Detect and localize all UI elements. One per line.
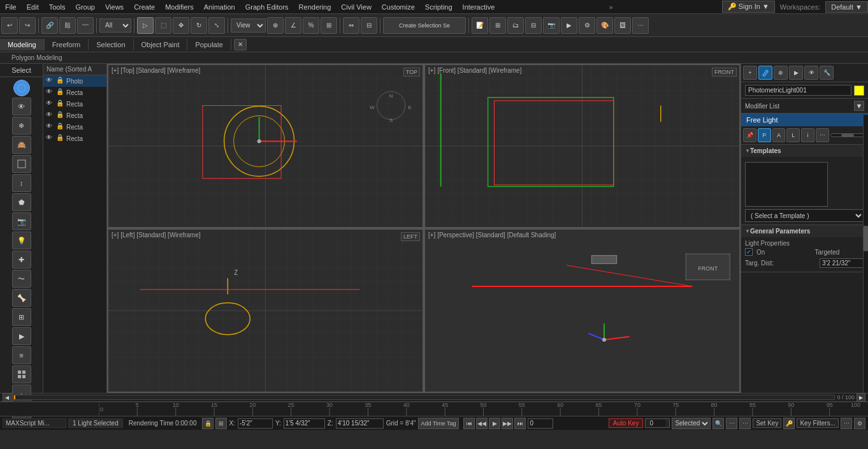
timeline-bar[interactable]	[13, 395, 835, 400]
undo-button[interactable]: ↩	[1, 17, 18, 34]
selected-dropdown[interactable]: Selected	[672, 418, 711, 429]
select-tool-freeze[interactable]: ❄	[12, 117, 31, 135]
y-input[interactable]	[284, 418, 325, 429]
lock-x-btn[interactable]: 🔒	[202, 418, 213, 429]
on-checkbox[interactable]	[745, 248, 753, 256]
menu-interactive[interactable]: Interactive	[458, 2, 500, 12]
scroll-indicator[interactable]	[830, 133, 866, 137]
hierarchy-panel-btn[interactable]: ⊕	[774, 66, 788, 80]
config-btn[interactable]: ⚙	[854, 418, 865, 429]
select-rotate-button[interactable]: ↻	[191, 17, 207, 34]
toggle-ribbon-button[interactable]: ⊟	[525, 17, 542, 34]
viewport-perspective[interactable]: [+] [Perspective] [Standard] [Default Sh…	[424, 228, 741, 393]
sign-in-button[interactable]: 🔑 Sign In ▼	[722, 1, 775, 13]
tab-selection[interactable]: Selection	[89, 39, 133, 50]
maxscript-mini[interactable]: MAXScript Mi...	[3, 418, 66, 428]
select-region-button[interactable]: ⬚	[155, 17, 171, 34]
scene-item-recta5[interactable]: 👁 🔒 Recta	[43, 133, 106, 144]
select-tool-quad[interactable]	[12, 365, 31, 383]
go-start-btn[interactable]: ⏮	[463, 418, 475, 429]
tab-object-paint[interactable]: Object Paint	[134, 39, 188, 50]
absolute-mode-btn[interactable]: ⊞	[215, 418, 227, 429]
next-frame-btn[interactable]: ▶▶	[502, 418, 513, 429]
viewport-front[interactable]: [+] [Front] [Standard] [Wireframe] FRONT	[424, 64, 741, 228]
template-dropdown[interactable]: ( Select a Template )	[745, 209, 864, 222]
menu-tools[interactable]: Tools	[44, 2, 71, 12]
spinner-snap-button[interactable]: ⊞	[321, 17, 337, 34]
free-light-item[interactable]: Free Light	[741, 114, 868, 126]
key-time-field[interactable]	[649, 420, 665, 427]
menu-file[interactable]: File	[0, 2, 22, 12]
select-tool-list[interactable]: ≡	[12, 346, 31, 364]
select-tool-box[interactable]	[12, 155, 31, 173]
layers-btn[interactable]: L	[786, 128, 800, 142]
color-swatch[interactable]	[854, 85, 864, 96]
menu-create[interactable]: Create	[129, 2, 160, 12]
menu-scripting[interactable]: Scripting	[420, 2, 458, 12]
more-button[interactable]: ⋯	[632, 17, 649, 34]
select-tool-grid[interactable]: ⊞	[12, 308, 31, 326]
render-setup-button[interactable]: ⚙	[579, 17, 595, 34]
view-dropdown[interactable]: View	[231, 18, 266, 33]
motion-panel-btn[interactable]: ▶	[789, 66, 803, 80]
angle-snap-button[interactable]: ∠	[285, 17, 301, 34]
select-tool-play[interactable]: ▶	[12, 327, 31, 345]
z-input[interactable]	[336, 418, 384, 429]
create-panel-btn[interactable]: +	[743, 66, 757, 80]
select-tool-helper[interactable]: ✚	[12, 251, 31, 269]
display-panel-btn[interactable]: 👁	[804, 66, 818, 80]
select-tool-eye[interactable]: 👁	[12, 98, 31, 115]
viewport-top[interactable]: [+] [Top] [Standard] [Wireframe]	[107, 64, 424, 228]
menu-customize[interactable]: Customize	[377, 2, 420, 12]
menu-modifiers[interactable]: Modifiers	[160, 2, 199, 12]
utilities-panel-btn[interactable]: 🔧	[820, 66, 834, 80]
modifier-list-dropdown[interactable]: ▼	[854, 101, 864, 111]
snap-3d-button[interactable]: ⊕	[267, 17, 284, 34]
select-tool-camera[interactable]: 📷	[12, 212, 31, 230]
layer-mgr-button[interactable]: ⊞	[489, 17, 506, 34]
render-frame-button[interactable]: 📷	[543, 17, 560, 34]
redo-button[interactable]: ↪	[19, 17, 36, 34]
menu-views[interactable]: Views	[100, 2, 129, 12]
scene-item-recta3[interactable]: 👁 🔒 Recta	[43, 110, 106, 121]
anim-btn[interactable]: A	[772, 128, 786, 142]
menu-animation[interactable]: Animation	[199, 2, 240, 12]
key-icon-btn[interactable]: 🔑	[783, 418, 795, 429]
menu-rendering[interactable]: Rendering	[294, 2, 336, 12]
workspaces-dropdown[interactable]: Default ▼	[825, 1, 868, 13]
go-end-btn[interactable]: ⏭	[514, 418, 526, 429]
auto-key-btn[interactable]: Auto Key	[609, 418, 644, 428]
bind-space-warp[interactable]: 〰	[77, 17, 94, 34]
timeline-prev-btn[interactable]: ◀	[3, 393, 11, 402]
create-selection-dropdown[interactable]: Create Selection Se	[383, 17, 466, 34]
select-object-button[interactable]: ▷	[137, 17, 154, 34]
set-key-btn[interactable]: Set Key	[753, 418, 781, 428]
key-filters-search-btn[interactable]: 🔍	[712, 418, 724, 429]
prev-frame-btn[interactable]: ◀◀	[476, 418, 488, 429]
scene-explorer-button[interactable]: 🗂	[507, 17, 524, 34]
align-button[interactable]: ⊟	[361, 17, 377, 34]
pin-btn[interactable]: 📌	[743, 128, 756, 142]
link-button[interactable]: 🔗	[41, 17, 58, 34]
viewport-left[interactable]: [+] [Left] [Standard] [Wireframe] Z LEFT	[107, 228, 424, 393]
select-tool-shape[interactable]: ⬟	[12, 193, 31, 211]
menu-civil-view[interactable]: Civil View	[336, 2, 376, 12]
select-tool-hide[interactable]: 🙈	[12, 136, 31, 154]
filter-icon-btn[interactable]: ⋯	[841, 418, 852, 429]
select-tool-bone[interactable]: 🦴	[12, 289, 31, 307]
templates-section-header[interactable]: ▼ Templates	[741, 145, 868, 157]
more-2-btn[interactable]: ⋯	[739, 418, 751, 429]
scene-item-photo[interactable]: 👁 🔒 Photo	[43, 75, 106, 87]
params-btn[interactable]: P	[758, 128, 771, 142]
add-time-tag-btn[interactable]: Add Time Tag	[418, 418, 459, 429]
select-tool-sphere[interactable]	[13, 80, 30, 96]
misc-btn[interactable]: ⋯	[816, 128, 829, 142]
timeline-next-btn[interactable]: ▶	[857, 393, 865, 402]
mirror-button[interactable]: ⇔	[343, 17, 359, 34]
play-btn[interactable]: ▶	[489, 418, 500, 429]
tab-close-button[interactable]: ✕	[234, 39, 247, 50]
menu-graph-editors[interactable]: Graph Editors	[240, 2, 294, 12]
general-params-header[interactable]: ▼ General Parameters	[741, 225, 868, 237]
more-1-btn[interactable]: ⋯	[726, 418, 737, 429]
unlink-button[interactable]: ⛓	[59, 17, 76, 34]
